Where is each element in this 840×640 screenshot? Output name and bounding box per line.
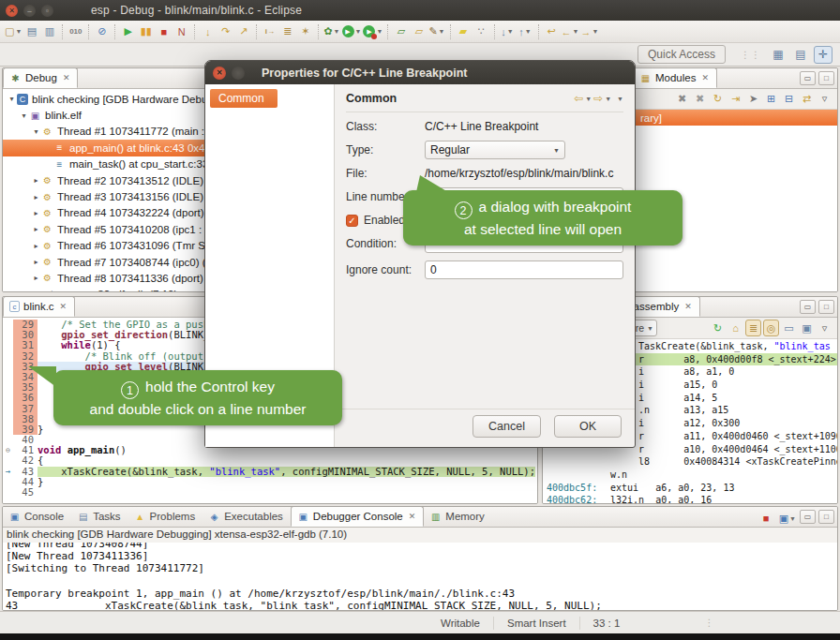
tree-expander-icon[interactable]: ▾ [31, 127, 41, 136]
step-over-icon[interactable]: ↷ [218, 23, 233, 40]
step-return-icon[interactable]: ↗ [235, 23, 251, 40]
tab-executables[interactable]: ◈Executables [202, 506, 291, 527]
enabled-checkbox[interactable]: ✓ [346, 215, 358, 227]
disconnect-icon[interactable]: N [173, 23, 189, 40]
tab-tasks[interactable]: ▤Tasks [71, 506, 128, 527]
chevron-down-icon[interactable]: ▼ [789, 515, 796, 522]
open-new-view-icon[interactable]: ▭ [781, 320, 797, 336]
remove-module-icon[interactable]: ✖ [674, 91, 690, 108]
search-icon[interactable]: ✎▼ [428, 23, 444, 40]
mark-occurrences-icon[interactable]: ▰ [456, 23, 472, 40]
open-perspective-icon[interactable]: ▦ [769, 46, 788, 64]
pin-view-icon[interactable]: ▣ [799, 320, 815, 336]
display-selected-console-icon[interactable]: ▣▼ [779, 510, 796, 527]
skip-all-breakpoints-icon[interactable]: ⊘ [94, 23, 110, 40]
select-pointer-icon[interactable]: ➤ [745, 91, 761, 108]
tree-expander-icon[interactable]: ▸ [31, 176, 41, 185]
step-into-icon[interactable]: ↓ [200, 23, 216, 40]
window-maximize-button[interactable]: ▫ [41, 5, 53, 17]
chevron-down-icon[interactable]: ▼ [15, 28, 22, 35]
tab-blink-c[interactable]: c blink.c ✕ [3, 296, 75, 317]
window-close-button[interactable]: ✕ [6, 5, 18, 17]
minimize-icon[interactable]: ▭ [800, 300, 816, 314]
minimize-icon[interactable]: ▭ [800, 510, 816, 524]
ignore-count-input[interactable]: 0 [425, 260, 623, 279]
forward-icon[interactable]: ⇨ [593, 92, 603, 105]
open-task-icon[interactable]: ▱ [393, 23, 409, 40]
suspend-icon[interactable]: ▮▮ [138, 23, 154, 40]
collapse-all-icon[interactable]: ⊟ [781, 91, 797, 108]
binary-console-icon[interactable]: 010 [68, 23, 83, 40]
type-select[interactable]: Regular ▼ [425, 141, 565, 159]
dialog-close-button[interactable]: ✕ [213, 67, 226, 80]
show-source-toggle-icon[interactable]: ≣ [745, 320, 761, 336]
previous-annotation-icon[interactable]: ↑▼ [518, 23, 533, 40]
reload-symbols-icon[interactable]: ↻ [710, 91, 726, 108]
maximize-icon[interactable]: □ [818, 300, 834, 314]
tree-expander-icon[interactable]: ▸ [31, 274, 41, 282]
tab-modules[interactable]: ▦ Modules ✕ [633, 67, 717, 88]
console-output[interactable]: [New Thread 1073408744][New Thread 10734… [3, 543, 837, 610]
step-filters-icon[interactable]: ✶ [297, 23, 313, 40]
link-with-debug-icon[interactable]: ⇄ [799, 91, 815, 108]
load-symbols-icon[interactable]: ⇥ [728, 91, 743, 108]
back-icon[interactable]: ←▼ [562, 23, 579, 40]
chevron-down-icon[interactable]: ▼ [507, 28, 514, 35]
chevron-down-icon[interactable]: ▼ [439, 28, 445, 35]
sync-selection-icon[interactable]: ◎ [763, 320, 779, 336]
dialog-sidebar-item-common[interactable]: Common [210, 89, 278, 108]
cancel-button[interactable]: Cancel [472, 415, 541, 438]
chevron-down-icon[interactable]: ▼ [573, 28, 579, 35]
debug-icon[interactable]: ✿▼ [323, 23, 339, 40]
expand-all-icon[interactable]: ⊞ [763, 91, 779, 108]
home-icon[interactable]: ⌂ [728, 320, 743, 336]
tree-expander-icon[interactable]: ▸ [31, 225, 41, 233]
back-icon[interactable]: ⇦ [574, 92, 583, 105]
quick-access-button[interactable]: Quick Access [638, 45, 726, 64]
refresh-view-icon[interactable]: ↻ [710, 320, 726, 336]
new-wizard-icon[interactable]: ▢▼ [5, 23, 22, 40]
chevron-down-icon[interactable]: ▼ [585, 96, 592, 102]
view-menu-icon[interactable]: ▼ [617, 96, 623, 102]
next-annotation-icon[interactable]: ↓▼ [500, 23, 516, 40]
maximize-icon[interactable]: □ [818, 71, 834, 85]
line-number[interactable]: 36 [13, 393, 38, 403]
forward-icon[interactable]: →▼ [580, 23, 598, 40]
tab-debugger-console[interactable]: ▣Debugger Console✕ [291, 506, 424, 527]
close-icon[interactable]: ✕ [701, 73, 709, 82]
close-icon[interactable]: ✕ [63, 73, 70, 82]
ok-button[interactable]: OK [554, 415, 622, 438]
tab-debug[interactable]: ✱ Debug ✕ [3, 67, 78, 88]
resume-icon[interactable]: ▶ [120, 23, 136, 40]
tree-expander-icon[interactable]: ▾ [7, 95, 17, 103]
tree-expander-icon[interactable]: ▸ [31, 209, 41, 217]
terminate-icon[interactable]: ■ [156, 23, 172, 40]
view-menu-icon[interactable]: ▿ [817, 320, 832, 336]
tree-expander-icon[interactable]: ▸ [31, 193, 41, 201]
show-debug-sources-icon[interactable]: ≣ [279, 23, 295, 40]
chevron-down-icon[interactable]: ▼ [605, 96, 611, 102]
chevron-down-icon[interactable]: ▼ [355, 28, 362, 35]
chevron-down-icon[interactable]: ▼ [376, 28, 382, 35]
view-menu-icon[interactable]: ▿ [817, 91, 832, 108]
minimize-icon[interactable]: ▭ [800, 71, 816, 85]
tab-console[interactable]: ▣Console [3, 506, 71, 527]
run-icon[interactable]: ▶▼ [342, 23, 362, 40]
remove-all-modules-icon[interactable]: ✖ [692, 91, 708, 108]
tree-expander-icon[interactable]: ▾ [19, 112, 29, 120]
chevron-down-icon[interactable]: ▼ [334, 28, 340, 35]
external-tools-icon[interactable]: ▶▼ [363, 23, 382, 40]
instruction-stepping-icon[interactable]: i→ [262, 23, 278, 40]
chevron-down-icon[interactable]: ▼ [647, 325, 653, 332]
line-number[interactable]: 31 [13, 340, 38, 350]
close-icon[interactable]: ✕ [60, 302, 68, 311]
cpp-perspective-icon[interactable]: ▤ [791, 46, 810, 64]
save-all-icon[interactable]: ▥ [41, 23, 57, 40]
dialog-menu-button[interactable] [232, 67, 245, 80]
terminate-console-icon[interactable]: ■ [758, 510, 774, 527]
open-resource-icon[interactable]: ▱ [411, 23, 427, 40]
chevron-down-icon[interactable]: ▼ [525, 28, 532, 35]
tab-memory[interactable]: ▥Memory [424, 506, 492, 527]
line-number[interactable]: 42 [13, 455, 38, 466]
profile-icon[interactable]: ∵ [473, 23, 489, 40]
